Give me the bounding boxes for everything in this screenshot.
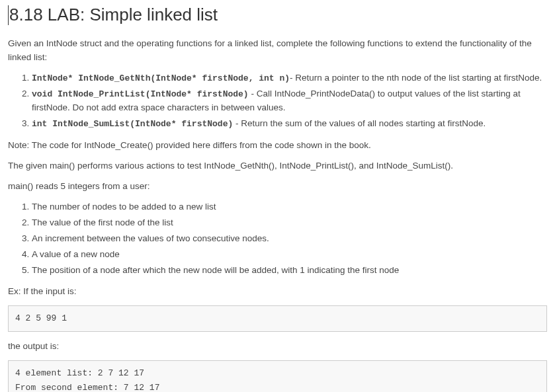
list-item: The number of nodes to be added to a new… [32,200,547,214]
function-list: IntNode* IntNode_GetNth(IntNode* firstNo… [8,71,547,131]
page-title: 8.18 LAB: Simple linked list [8,5,547,25]
main-desc-paragraph: The given main() performs various action… [8,159,547,173]
list-item: IntNode* IntNode_GetNth(IntNode* firstNo… [32,71,547,85]
list-item: void IntNode_PrintList(IntNode* firstNod… [32,87,547,115]
list-item: The value of the first node of the list [32,216,547,230]
example-input-block: 4 2 5 99 1 [8,305,547,332]
example-output-label: the output is: [8,340,547,354]
list-item: A value of a new node [32,248,547,262]
list-item: The position of a node after which the n… [32,264,547,278]
func-desc: - Return the sum of the values of all no… [233,118,486,128]
func-signature: int IntNode_SumList(IntNode* firstNode) [32,119,233,129]
func-desc: - Return a pointer to the nth node of th… [290,73,542,83]
list-item: An increment between the values of two c… [32,232,547,246]
intro-paragraph: Given an IntNode struct and the operatin… [8,37,547,65]
note-paragraph: Note: The code for IntNode_Create() prov… [8,139,547,153]
func-signature: IntNode* IntNode_GetNth(IntNode* firstNo… [32,73,290,83]
example-input-label: Ex: If the input is: [8,285,547,299]
inputs-list: The number of nodes to be added to a new… [8,200,547,278]
example-output-block: 4 element list: 2 7 12 17 From second el… [8,360,547,392]
list-item: int IntNode_SumList(IntNode* firstNode) … [32,117,547,131]
func-signature: void IntNode_PrintList(IntNode* firstNod… [32,89,249,99]
reads-label: main() reads 5 integers from a user: [8,180,547,194]
